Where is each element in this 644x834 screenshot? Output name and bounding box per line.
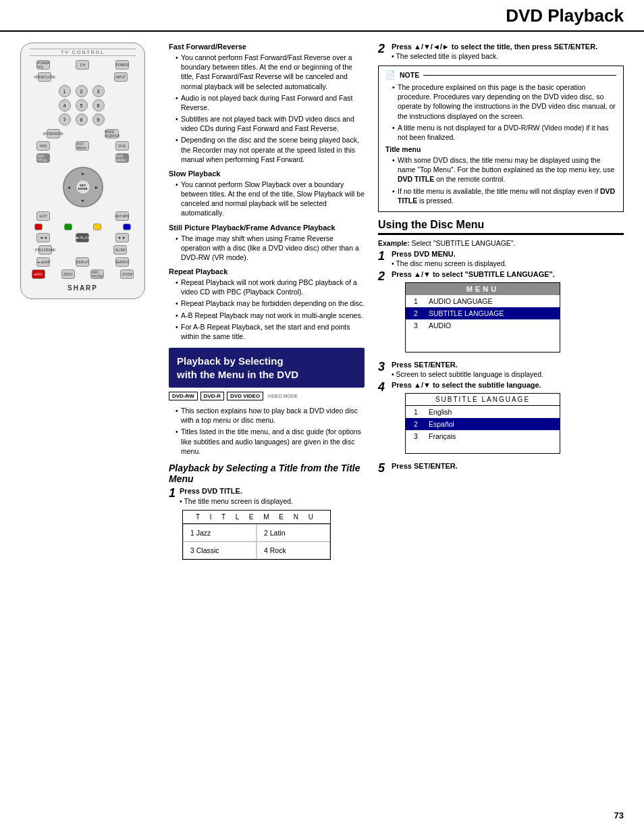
rec2-btn[interactable]: RECPAUSE [90, 269, 104, 279]
disc-step4: 4 Press ▲/▼ to select the subtitle langu… [378, 381, 624, 459]
remote-exit-row: EXIT RETURN [24, 211, 142, 221]
remote-control-image: TV CONTROL POWERVOL CH POWER OPEN/CLOSE … [20, 43, 145, 299]
hdd-btn[interactable]: HDD [36, 141, 50, 151]
ff-bullet-3: Subtitles are not played back with DVD v… [176, 114, 365, 133]
disc-menu-heading: Using the Disc Menu [378, 219, 624, 235]
make-btn[interactable]: MAKE RCR/PLR [105, 129, 119, 138]
left-column: TV CONTROL POWERVOL CH POWER OPEN/CLOSE … [20, 43, 155, 567]
right-column: 2 Press ▲/▼/◄/► to select the title, the… [378, 43, 624, 567]
disc-step3: 3 Press SET/ENTER. • Screen to select su… [378, 361, 624, 378]
remote-rec-row: ●REC ZERO RECPAUSE ZOOM [24, 269, 142, 279]
slow-header: Slow Playback [169, 170, 365, 178]
disc-step2-content: Press ▲/▼ to select "SUBTITLE LANGUAGE".… [392, 270, 624, 358]
note-doc-icon: 📄 [385, 70, 396, 80]
repeat-bullet-3: A-B Repeat Playback may not work in mult… [176, 311, 365, 320]
disc-step1-title: Press DVD MENU. [392, 250, 624, 258]
page-title: DVD Playback [506, 5, 624, 26]
dst-menu-btn[interactable]: DST-MENU [76, 141, 89, 151]
num8[interactable]: 8 [76, 113, 88, 126]
power-btn2[interactable]: POWER [115, 60, 129, 70]
disc-step1-content: Press DVD MENU. • The disc menu screen i… [392, 250, 624, 267]
ff-bullet-1: You cannot perform Fast Forward/Fast Rev… [176, 53, 365, 91]
menu-item-2: 2 Latin [257, 524, 330, 542]
return-btn[interactable]: RETURN [115, 211, 129, 221]
num4[interactable]: 4 [59, 99, 71, 111]
disc-step5-title: Press SET/ENTER. [392, 462, 624, 470]
repeat-bullet-4: For A-B Repeat Playback, set the start a… [176, 322, 365, 341]
repeat-bullets: Repeat Playback will not work during PBC… [169, 278, 365, 341]
note-label: NOTE [400, 71, 419, 79]
search-btn[interactable]: SEARCH [115, 257, 129, 267]
right-step2-content: Press ▲/▼/◄/► to select the title, then … [392, 43, 624, 60]
remote-hdd-row: HDD DST-MENU DVD [24, 141, 142, 151]
num2[interactable]: 2 [76, 85, 88, 97]
title-step1-title: Press DVD TITLE. [180, 487, 365, 495]
disc-step5-num: 5 [378, 462, 389, 474]
zoom-btn[interactable]: ZOOM [120, 269, 134, 279]
num7[interactable]: 7 [59, 113, 71, 126]
color-btn2[interactable] [64, 224, 72, 230]
enter-btn[interactable]: ENTER/RPM [47, 129, 60, 138]
dvd-menu-btn[interactable]: DVD MENU [115, 153, 129, 163]
input-btn[interactable]: INPUT [114, 72, 128, 82]
subtitle-box: SUBTITLE LANGUAGE 1 English 2 Español 3 … [405, 393, 560, 454]
num6[interactable]: 6 [92, 99, 105, 111]
ff-bullet-2: Audio is not played back during Fast For… [176, 93, 365, 112]
play-btn[interactable]: ►PLAY [76, 233, 89, 242]
subtitle-francais: 3 Français [406, 430, 560, 442]
num5[interactable]: 5 [76, 99, 88, 111]
menu-subtitle-language: 2 SUBTITLE LANGUAGE [406, 307, 560, 319]
replay-btn[interactable]: REPLAY [76, 257, 89, 267]
slow-bullets: You cannot perform Slow Playback over a … [169, 180, 365, 218]
right-step2-body: • The selected title is played back. [392, 52, 624, 60]
set-enter-btn[interactable]: SET/ENTER [76, 180, 90, 194]
fwd-btn[interactable]: ►► [115, 233, 129, 242]
num9[interactable]: 9 [92, 113, 105, 126]
color-btn3[interactable] [93, 224, 101, 230]
skp-btn[interactable]: ◄◄SKP [36, 257, 50, 267]
right-step2: 2 Press ▲/▼/◄/► to select the title, the… [378, 43, 624, 60]
highlight-section: Playback by Selecting with the Menu in t… [169, 348, 365, 388]
remote-color-row [24, 224, 142, 230]
menu-item-1: 1 Jazz [183, 524, 257, 542]
num3[interactable]: 3 [92, 85, 105, 97]
subtitle-english: 1 English [406, 406, 560, 418]
note-bullet-1: The procedure explained on this page is … [392, 82, 616, 121]
disc-step1: 1 Press DVD MENU. • The disc menu screen… [378, 250, 624, 267]
num1[interactable]: 1 [59, 85, 71, 97]
title-step1-num: 1 [169, 487, 176, 506]
title-menu-grid: 1 Jazz 2 Latin 3 Classic 4 Rock [183, 524, 330, 559]
still-btn[interactable]: STILLFRAME [38, 245, 52, 255]
ch-btn[interactable]: CH [76, 60, 89, 70]
power-btn[interactable]: POWERVOL [36, 60, 50, 70]
rev-btn[interactable]: ◄◄ [36, 233, 50, 242]
disc-menu-header: MENU [406, 283, 560, 295]
note-bullet-2: A title menu is not displayed for a DVD-… [392, 123, 616, 142]
disc-step3-body: • Screen to select subtitle language is … [392, 370, 624, 378]
disc-step4-num: 4 [378, 381, 389, 459]
remote-top-row: POWERVOL CH POWER [24, 60, 142, 70]
rec-btn[interactable]: ●REC [32, 269, 45, 279]
remote-frame-row: STILLFRAME SLOW [24, 245, 142, 255]
badge-dvd-r: DVD-R [200, 392, 224, 400]
slow-btn[interactable]: SLOW [113, 245, 127, 255]
video-mode-label: VIDEO MODE [267, 394, 298, 398]
still-bullets: The image may shift when using Frame Rev… [169, 234, 365, 263]
dvd-btn[interactable]: DVD [115, 141, 129, 151]
disc-step1-num: 1 [378, 250, 389, 267]
color-btn1[interactable] [34, 224, 43, 230]
title-menu-note-header: Title menu [385, 145, 616, 153]
intro-bullets: This section explains how to play back a… [169, 406, 365, 456]
title-step1-body: • The title menu screen is displayed. [180, 496, 365, 506]
disc-step4-content: Press ▲/▼ to select the subtitle languag… [392, 381, 624, 459]
open-btn[interactable]: OPEN/CLOSE [38, 72, 51, 82]
color-btn4[interactable] [123, 224, 131, 230]
right-step2-title: Press ▲/▼/◄/► to select the title, then … [392, 43, 624, 51]
dvd-title-btn[interactable]: DVD TITLE [36, 153, 50, 163]
intro-bullet-2: Titles listed in the title menu, and a d… [176, 427, 365, 456]
page-number: 73 [614, 810, 624, 820]
title-menu-header: Playback by Selecting a Title from the T… [169, 463, 365, 484]
zero-btn[interactable]: ZERO [61, 269, 75, 279]
subtitle-espanol: 2 Español [406, 418, 560, 430]
exit-btn[interactable]: EXIT [36, 211, 50, 221]
